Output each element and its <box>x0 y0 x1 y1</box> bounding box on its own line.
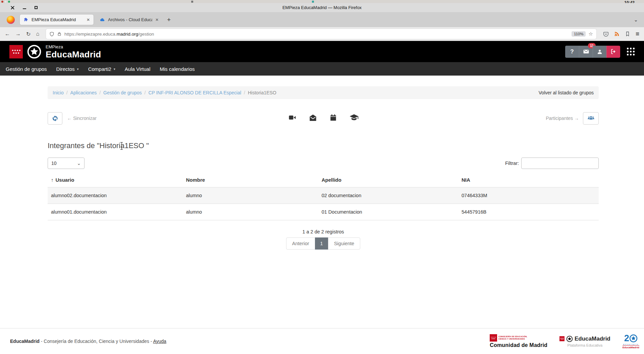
video-camera-icon[interactable] <box>288 114 296 123</box>
breadcrumb-separator: / <box>64 90 70 95</box>
column-header-nombre[interactable]: Nombre <box>183 174 318 187</box>
table-header-row: ↑Usuario Nombre Apellido NIA <box>48 174 599 187</box>
brand-bottom-label: EducaMadrid <box>46 50 101 59</box>
profile-button[interactable] <box>593 46 606 58</box>
envelope-icon <box>583 48 589 55</box>
zoom-level-badge[interactable]: 110% <box>572 31 586 37</box>
sync-button[interactable] <box>48 112 62 125</box>
site-brand[interactable]: EMPieza EducaMadrid <box>9 44 101 59</box>
nav-item-aula-virtual[interactable]: Aula Virtual <box>120 66 155 72</box>
site-header: EMPieza EducaMadrid ? 11 <box>0 41 644 62</box>
madrid-flag-icon <box>9 45 23 58</box>
logout-button[interactable] <box>606 46 620 58</box>
tab-close-icon[interactable]: ✕ <box>155 17 159 22</box>
breadcrumb-link-gestion-de-grupos[interactable]: Gestión de grupos <box>103 90 142 95</box>
home-icon[interactable]: ⌂ <box>36 31 39 37</box>
url-scheme-host: https://empiezapre.educa. <box>64 32 116 37</box>
table-row: alumno01.documentacion alumno 01 Documen… <box>48 204 599 220</box>
page-content: Inicio / Aplicaciones / Gestión de grupo… <box>48 86 599 250</box>
nav-item-directos[interactable]: Directos▾ <box>52 66 84 72</box>
pocket-icon[interactable] <box>603 31 609 37</box>
window-minimize-icon[interactable] <box>23 8 26 9</box>
system-tray-dot <box>312 1 314 3</box>
window-maximize-icon[interactable] <box>35 6 38 9</box>
nav-item-gestion-de-grupos[interactable]: Gestión de grupos <box>6 66 52 72</box>
cell-nia: 54457916B <box>458 204 599 220</box>
apps-grid-icon[interactable] <box>627 48 635 55</box>
participants-hint: Participantes → <box>546 116 579 121</box>
participants-control: Participantes → <box>546 112 599 125</box>
mail-button[interactable]: 11 <box>579 46 593 58</box>
filter-input[interactable] <box>521 158 599 169</box>
new-tab-button[interactable]: + <box>167 16 171 24</box>
pagination-page-1-button[interactable]: 1 <box>315 237 328 250</box>
group-toolbar: ← Sincronizar Participantes → <box>48 112 599 125</box>
window-controls <box>0 6 38 9</box>
back-icon[interactable]: ← <box>5 31 10 37</box>
tab-label: Archivos - Cloud EducaM <box>108 17 152 22</box>
tab-overflow-icon[interactable]: ⌄ <box>634 17 640 23</box>
logout-icon <box>610 48 617 55</box>
breadcrumb-separator: / <box>142 90 148 95</box>
main-nav: Gestión de grupos Directos▾ Comparti2▾ A… <box>0 62 644 76</box>
breadcrumb-link-inicio[interactable]: Inicio <box>53 90 64 95</box>
help-button[interactable]: ? <box>565 46 579 58</box>
nav-item-comparti2[interactable]: Comparti2▾ <box>84 66 120 72</box>
help-link[interactable]: Ayuda <box>153 339 166 344</box>
system-tray-dot <box>5 1 7 3</box>
back-to-groups-link[interactable]: Volver al listado de grupos <box>539 90 594 95</box>
nav-item-label: Comparti2 <box>88 66 111 72</box>
breadcrumb-link-aplicaciones[interactable]: Aplicaciones <box>70 90 97 95</box>
nav-item-label: Gestión de grupos <box>6 66 47 72</box>
madrid-flag-icon <box>559 336 565 341</box>
url-field[interactable]: https://empiezapre.educa.madrid.org/gest… <box>46 29 596 39</box>
url-path: /gestion <box>138 32 154 37</box>
participants-button[interactable] <box>583 112 599 125</box>
tab-close-icon[interactable]: ✕ <box>87 17 90 22</box>
breadcrumb-link-centro[interactable]: CP INF-PRI ALONSO DE ERCILLA Especial <box>148 90 241 95</box>
shield-icon[interactable] <box>49 32 54 37</box>
pagination-prev-button[interactable]: Anterior <box>286 237 315 250</box>
rss-icon[interactable] <box>614 31 620 37</box>
breadcrumb-separator: / <box>241 90 248 95</box>
column-header-apellido[interactable]: Apellido <box>318 174 458 187</box>
cell-usuario: alumno01.documentacion <box>48 204 183 220</box>
nav-item-label: Aula Virtual <box>125 66 150 72</box>
system-strip: 10:42 <box>0 0 644 3</box>
window-title: EMPieza EducaMadrid — Mozilla Firefox <box>0 5 644 10</box>
window-titlebar: EMPieza EducaMadrid — Mozilla Firefox <box>0 3 644 12</box>
page-size-select[interactable]: 10 ⌄ <box>48 158 85 169</box>
table-row: alumno02.documentacion alumno 02 documen… <box>48 187 599 204</box>
menu-icon[interactable]: ≡ <box>636 30 639 38</box>
column-header-usuario[interactable]: ↑Usuario <box>48 174 183 187</box>
table-controls: 10 ⌄ Filtrar: <box>48 158 599 169</box>
envelope-open-icon[interactable] <box>309 114 317 123</box>
graduation-cap-icon[interactable] <box>350 113 358 123</box>
brand-text: EMPieza EducaMadrid <box>46 45 101 59</box>
cell-nombre: alumno <box>183 204 318 220</box>
bookmark-flag-icon[interactable] <box>625 31 630 37</box>
tab-empieza[interactable]: EMPieza EducaMadrid ✕ <box>19 14 94 25</box>
members-table: ↑Usuario Nombre Apellido NIA alumno02.do… <box>48 174 599 220</box>
column-header-nia[interactable]: NIA <box>458 174 599 187</box>
footer-org: Consejería de Educación, Ciencia y Unive… <box>44 339 149 344</box>
firefox-icon[interactable] <box>7 16 15 24</box>
bookmark-star-icon[interactable]: ☆ <box>588 31 593 37</box>
pagination-next-button[interactable]: Siguiente <box>328 237 360 250</box>
footer-separator: - <box>41 339 43 344</box>
system-clock: 10:42 <box>624 0 635 3</box>
nav-item-mis-calendarios[interactable]: Mis calendarios <box>155 66 199 72</box>
page-title: Integrantes de "Historia1ESO " <box>48 141 149 150</box>
window-close-icon[interactable] <box>11 6 14 9</box>
url-text[interactable]: https://empiezapre.educa.madrid.org/gest… <box>64 32 569 37</box>
forward-icon[interactable]: → <box>15 31 21 37</box>
educamadrid-logo-icon <box>27 44 42 59</box>
calendar-icon[interactable] <box>329 114 337 123</box>
cloud-icon <box>100 17 105 23</box>
caret-down-icon: ▾ <box>77 67 79 71</box>
sync-hint: ← Sincronizar <box>67 116 97 121</box>
reload-icon[interactable]: ↻ <box>26 31 31 37</box>
tab-cloud[interactable]: Archivos - Cloud EducaM ✕ <box>96 14 162 25</box>
question-icon: ? <box>570 48 574 55</box>
madrid-flag-icon <box>490 334 497 342</box>
